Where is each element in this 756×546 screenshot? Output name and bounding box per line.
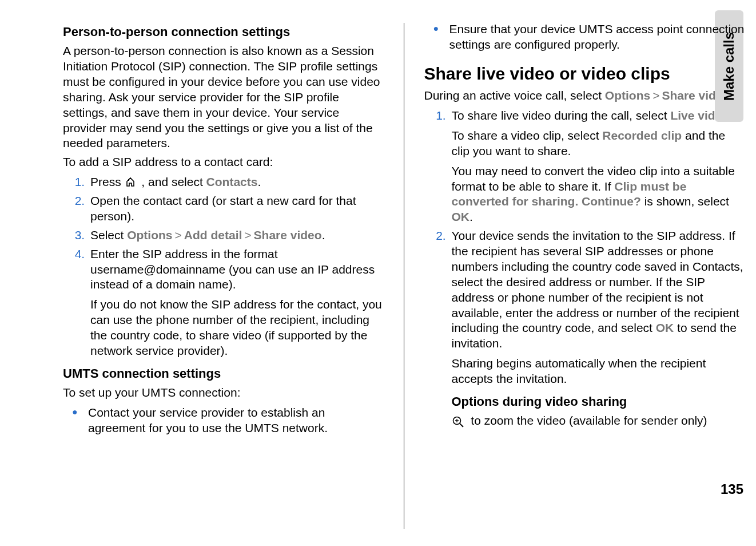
- text: .: [257, 175, 261, 188]
- left-column: Person-to-person connection settings A p…: [63, 17, 387, 535]
- step-1-convert: You may need to convert the video clip i…: [452, 164, 745, 225]
- text: To share live video during the call, sel…: [452, 109, 671, 122]
- ui-share-video: Share video: [254, 228, 322, 242]
- heading-p2p-settings: Person-to-person connection settings: [63, 24, 384, 40]
- step-1: To share live video during the call, sel…: [449, 108, 745, 225]
- ui-contacts: Contacts: [206, 175, 258, 188]
- ui-ok: OK: [656, 321, 674, 334]
- step-1-clip: To share a video clip, select Recorded c…: [452, 128, 745, 159]
- heading-share-video: Share live video or video clips: [424, 63, 745, 85]
- chevron-right-icon: >: [175, 228, 182, 242]
- page-number: 135: [721, 481, 743, 497]
- svg-line-2: [460, 424, 463, 427]
- text: .: [469, 210, 473, 223]
- bullets-umts-cont: Ensure that your device UMTS access poin…: [424, 22, 745, 53]
- ui-ok: OK: [452, 210, 470, 223]
- heading-options-sharing: Options during video sharing: [452, 394, 745, 410]
- step-4: Enter the SIP address in the format user…: [88, 247, 384, 359]
- bullets-umts: Contact your service provider to establi…: [63, 405, 384, 436]
- text: You may need to convert the video clip i…: [452, 164, 735, 193]
- text: Press: [90, 175, 125, 188]
- ui-add-detail: Add detail: [184, 228, 242, 242]
- text: Enter the SIP address in the format user…: [90, 247, 375, 291]
- chevron-right-icon: >: [244, 228, 251, 242]
- bullet-contact-provider: Contact your service provider to establi…: [88, 405, 384, 436]
- home-key-icon: [125, 176, 136, 188]
- step-2: Open the contact card (or start a new ca…: [88, 193, 384, 224]
- text: , and select: [138, 175, 206, 188]
- steps-share-video: To share live video during the call, sel…: [424, 108, 745, 429]
- heading-umts: UMTS connection settings: [63, 366, 384, 382]
- para-p2p-intro: A person-to-person connection is also kn…: [63, 43, 384, 151]
- text: Select: [90, 228, 127, 242]
- text: .: [322, 228, 325, 242]
- text: to zoom the video (available for sender …: [468, 414, 707, 427]
- text: is shown, select: [641, 195, 729, 208]
- ui-recorded-clip: Recorded clip: [602, 129, 682, 142]
- ui-options: Options: [127, 228, 172, 242]
- option-zoom: to zoom the video (available for sender …: [452, 413, 745, 429]
- text: During an active voice call, select: [424, 89, 605, 102]
- right-column: Ensure that your device UMTS access poin…: [421, 17, 745, 535]
- ui-options: Options: [605, 89, 650, 102]
- step-2-auto: Sharing begins automatically when the re…: [452, 356, 745, 387]
- para-add-sip: To add a SIP address to a contact card:: [63, 155, 384, 170]
- step-2: Your device sends the invitation to the …: [449, 228, 745, 429]
- step-4-note: If you do not know the SIP address for t…: [90, 297, 384, 359]
- column-divider: [404, 23, 404, 529]
- text: To share a video clip, select: [452, 129, 603, 142]
- para-share-intro: During an active voice call, select Opti…: [424, 88, 745, 104]
- text: Your device sends the invitation to the …: [452, 229, 743, 334]
- zoom-icon: [452, 416, 464, 428]
- steps-add-sip: Press , and select Contacts. Open the co…: [63, 175, 384, 359]
- step-1: Press , and select Contacts.: [88, 175, 384, 190]
- bullet-ensure-ap: Ensure that your device UMTS access poin…: [449, 22, 745, 53]
- para-umts-intro: To set up your UMTS connection:: [63, 385, 384, 401]
- svg-rect-0: [128, 179, 129, 181]
- step-3: Select Options>Add detail>Share video.: [88, 228, 384, 243]
- page-body: Person-to-person connection settings A p…: [0, 0, 756, 546]
- chevron-right-icon: >: [652, 89, 659, 102]
